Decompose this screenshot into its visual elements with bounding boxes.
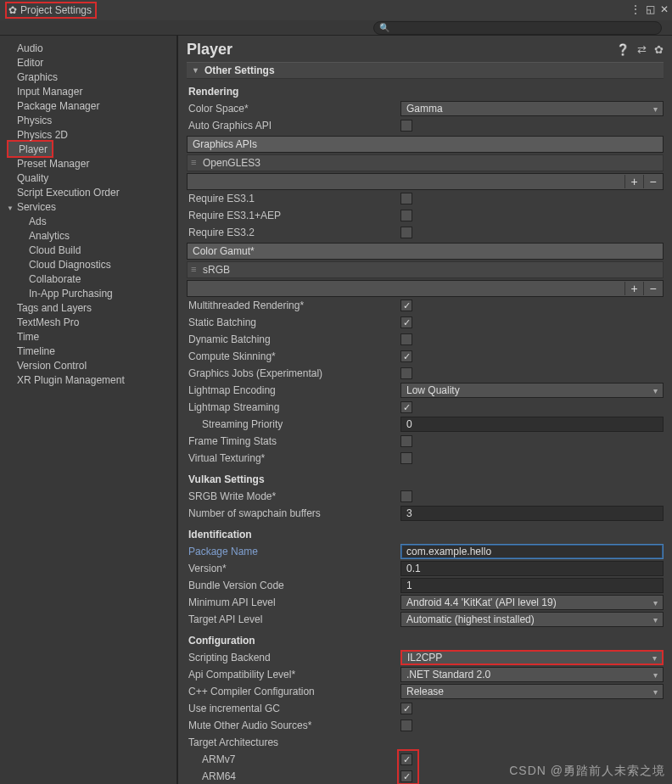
label-min-api: Minimum API Level xyxy=(187,596,400,608)
input-stream-priority[interactable]: 0 xyxy=(400,417,664,432)
menu-icon[interactable]: ⋮ xyxy=(630,3,641,15)
search-input[interactable]: 🔍 xyxy=(373,21,662,35)
group-rendering: Rendering xyxy=(188,86,664,98)
checkbox-dynamic-batch[interactable] xyxy=(400,333,412,345)
dropdown-color-space[interactable]: Gamma xyxy=(400,101,664,116)
sidebar-item-cloud-build[interactable]: Cloud Build xyxy=(0,243,176,257)
checkbox-armv7[interactable] xyxy=(400,753,412,765)
help-icon[interactable]: ❔ xyxy=(616,43,630,56)
section-other-settings[interactable]: ▼ Other Settings xyxy=(187,62,664,79)
remove-button[interactable]: − xyxy=(643,175,662,188)
checkbox-virtual-tex[interactable] xyxy=(400,452,412,464)
gear-icon: ✿ xyxy=(8,4,17,16)
checkbox-auto-graphics[interactable] xyxy=(400,120,412,132)
checkbox-srgb[interactable] xyxy=(400,490,412,502)
window-title: Project Settings xyxy=(20,4,92,16)
sidebar-item-physics[interactable]: Physics xyxy=(0,113,176,127)
sidebar-item-tmpro[interactable]: TextMesh Pro xyxy=(0,315,176,329)
input-bundle[interactable]: 1 xyxy=(400,578,664,593)
sidebar-item-iap[interactable]: In-App Purchasing xyxy=(0,286,176,300)
titlebar: ✿ Project Settings ⋮ ◱ ✕ xyxy=(0,0,672,20)
checkbox-static-batch[interactable] xyxy=(400,316,412,328)
label-es32: Require ES3.2 xyxy=(187,227,400,238)
search-icon: 🔍 xyxy=(379,23,389,32)
group-vulkan: Vulkan Settings xyxy=(188,473,664,485)
label-armv7: ARMv7 xyxy=(187,753,400,765)
label-swapchain: Number of swapchain buffers xyxy=(187,507,400,519)
list-header-color-gamut: Color Gamut* xyxy=(187,243,664,260)
input-package-name[interactable]: com.example.hello xyxy=(400,544,664,559)
list-header-graphics-apis: Graphics APIs xyxy=(187,136,664,153)
sidebar-item-services[interactable]: Services xyxy=(0,199,176,214)
group-identification: Identification xyxy=(188,529,664,540)
sidebar-item-analytics[interactable]: Analytics xyxy=(0,228,176,243)
label-bundle: Bundle Version Code xyxy=(187,580,400,591)
dropdown-min-api[interactable]: Android 4.4 'KitKat' (API level 19) xyxy=(400,595,664,610)
label-compute-skin: Compute Skinning* xyxy=(187,350,400,362)
toolbar-strip: 🔍 xyxy=(0,20,672,36)
checkbox-mute-audio[interactable] xyxy=(400,720,412,731)
page-title: Player xyxy=(187,41,232,59)
dropdown-scripting-backend[interactable]: IL2CPP xyxy=(400,650,664,665)
checkbox-lightmap-stream[interactable] xyxy=(400,401,412,413)
sidebar-item-player[interactable]: Player xyxy=(8,142,52,156)
watermark-text: CSDN @勇踏前人未索之境 xyxy=(509,764,665,779)
input-swapchain[interactable]: 3 xyxy=(400,506,664,521)
checkbox-compute-skin[interactable] xyxy=(400,350,412,362)
label-static-batch: Static Batching xyxy=(187,316,400,328)
sidebar-item-physics2d[interactable]: Physics 2D xyxy=(0,127,176,142)
list-footer-graphics-apis: +− xyxy=(187,173,664,190)
sidebar-item-collaborate[interactable]: Collaborate xyxy=(0,272,176,286)
sidebar-item-time[interactable]: Time xyxy=(0,329,176,344)
sidebar-item-input-manager[interactable]: Input Manager xyxy=(0,84,176,98)
checkbox-inc-gc[interactable] xyxy=(400,703,412,714)
chevron-down-icon: ▼ xyxy=(192,66,199,75)
sidebar-item-vcs[interactable]: Version Control xyxy=(0,358,176,372)
sidebar-item-editor[interactable]: Editor xyxy=(0,55,176,70)
sidebar-item-xr[interactable]: XR Plugin Management xyxy=(0,372,176,387)
checkbox-arm64[interactable] xyxy=(400,770,412,782)
remove-button[interactable]: − xyxy=(643,282,662,295)
sidebar-item-package-manager[interactable]: Package Manager xyxy=(0,98,176,113)
checkbox-frame-timing[interactable] xyxy=(400,435,412,447)
checkbox-es32[interactable] xyxy=(400,227,412,238)
dropdown-api-compat[interactable]: .NET Standard 2.0 xyxy=(400,667,664,682)
input-version[interactable]: 0.1 xyxy=(400,561,664,576)
window-controls: ⋮ ◱ ✕ xyxy=(630,3,669,15)
popout-icon[interactable]: ◱ xyxy=(646,3,655,15)
label-mt-rendering: Multithreaded Rendering* xyxy=(187,300,400,311)
sidebar-item-timeline[interactable]: Timeline xyxy=(0,344,176,358)
dropdown-cpp-config[interactable]: Release xyxy=(400,684,664,699)
sidebar-item-cloud-diag[interactable]: Cloud Diagnostics xyxy=(0,257,176,272)
sidebar-item-ads[interactable]: Ads xyxy=(0,214,176,228)
label-es31aep: Require ES3.1+AEP xyxy=(187,210,400,221)
label-mute-audio: Mute Other Audio Sources* xyxy=(187,720,400,731)
add-button[interactable]: + xyxy=(624,282,643,295)
dropdown-target-api[interactable]: Automatic (highest installed) xyxy=(400,612,664,627)
sidebar-item-audio[interactable]: Audio xyxy=(0,41,176,55)
sidebar-item-preset-manager[interactable]: Preset Manager xyxy=(0,156,176,171)
add-button[interactable]: + xyxy=(624,175,643,188)
label-graphics-jobs: Graphics Jobs (Experimental) xyxy=(187,367,400,379)
sidebar-item-quality[interactable]: Quality xyxy=(0,171,176,185)
list-item-opengles3[interactable]: OpenGLES3 xyxy=(187,154,664,171)
label-target-api: Target API Level xyxy=(187,613,400,625)
close-icon[interactable]: ✕ xyxy=(660,3,669,15)
label-package-name[interactable]: Package Name xyxy=(187,546,400,557)
dropdown-lightmap-enc[interactable]: Low Quality xyxy=(400,383,664,398)
checkbox-es31[interactable] xyxy=(400,193,412,204)
label-dynamic-batch: Dynamic Batching xyxy=(187,333,400,345)
label-cpp-config: C++ Compiler Configuration xyxy=(187,686,400,697)
sidebar-item-script-exec[interactable]: Script Execution Order xyxy=(0,185,176,199)
list-item-srgb[interactable]: sRGB xyxy=(187,261,664,278)
settings-icon[interactable]: ✿ xyxy=(654,43,664,56)
preset-icon[interactable]: ⇄ xyxy=(637,43,647,56)
checkbox-es31aep[interactable] xyxy=(400,210,412,221)
group-configuration: Configuration xyxy=(188,635,664,647)
sidebar-item-graphics[interactable]: Graphics xyxy=(0,70,176,84)
sidebar-item-tags[interactable]: Tags and Layers xyxy=(0,300,176,315)
label-color-space: Color Space* xyxy=(187,103,400,115)
sidebar: Audio Editor Graphics Input Manager Pack… xyxy=(0,36,178,784)
checkbox-mt-rendering[interactable] xyxy=(400,300,412,311)
checkbox-graphics-jobs[interactable] xyxy=(400,367,412,379)
